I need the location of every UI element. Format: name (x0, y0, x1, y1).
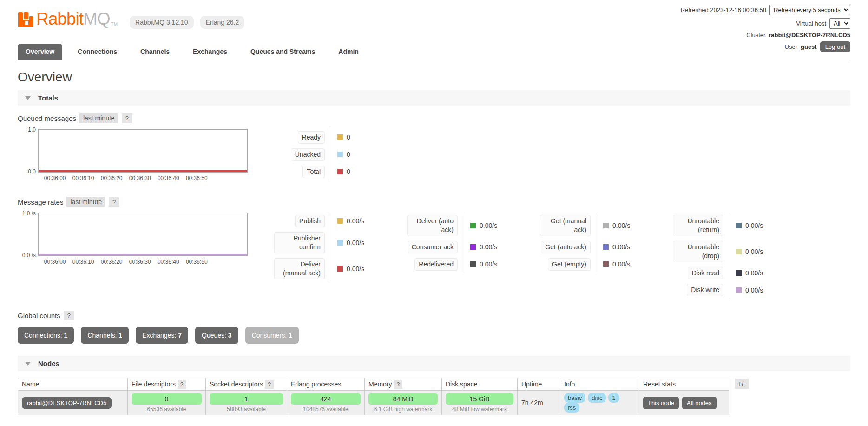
virtual-host-select[interactable]: All (829, 18, 850, 29)
message-rates-help-icon[interactable]: ? (109, 197, 119, 207)
tab-channels[interactable]: Channels (132, 44, 178, 60)
legend-label-deliver-manual-ack: Deliver (manual ack) (274, 258, 325, 280)
rabbitmq-version-badge: RabbitMQ 3.12.10 (130, 16, 194, 29)
legend-value-cell: 0.00/s (330, 213, 382, 230)
legend-label-ready: Ready (298, 131, 325, 144)
legend-value-ready: 0 (347, 133, 350, 141)
legend-label-cell: Get (auto ack) (540, 239, 596, 256)
legend-label-get-manual-ack: Get (manual ack) (540, 215, 591, 236)
x-tick: 00:36:10 (72, 259, 94, 265)
legend-label-unroutable-drop: Unroutable (drop) (673, 241, 723, 262)
cluster-name: rabbit@DESKTOP-7RNLCD5 (769, 32, 850, 39)
legend-value: 0.00/s (480, 260, 497, 268)
count-label: Exchanges: (142, 332, 176, 339)
memory-help-icon[interactable]: ? (394, 380, 403, 389)
file-descriptors-value-bar: 0 (132, 393, 202, 405)
legend-color-swatch (736, 287, 742, 293)
disk-space-value-bar: 15 GiB (446, 393, 513, 405)
rates-series-line (39, 254, 247, 255)
global-counts-help-icon[interactable]: ? (64, 311, 74, 320)
legend-label-deliver-auto-ack: Deliver (auto ack) (407, 215, 458, 236)
queued-messages-title-row: Queued messages last minute ? (18, 113, 850, 123)
consumers-count-button: Consumers: 1 (245, 327, 299, 344)
count-label: Connections: (24, 332, 62, 339)
message-rates-legend-col-4: Unroutable (return) 0.00/s Unroutable (d… (673, 213, 781, 299)
legend-value-unacked: 0 (347, 151, 350, 158)
col-header-name: Name (18, 378, 128, 391)
tab-queues-and-streams[interactable]: Queues and Streams (243, 44, 323, 60)
message-rates-chart-row: 1.0 /s 0.0 /s 00:36:00 00:36:10 00:36:20… (18, 213, 850, 299)
legend-value-total: 0 (347, 168, 350, 175)
file-descriptors-help-icon[interactable]: ? (178, 380, 186, 389)
message-rates-plot: 1.0 /s 0.0 /s 00:36:00 00:36:10 00:36:20… (18, 213, 248, 266)
message-rates-range-badge[interactable]: last minute (66, 197, 105, 207)
legend-value-cell: 0.00/s (463, 256, 515, 273)
x-tick: 00:36:50 (186, 175, 208, 181)
count-label: Queues: (202, 332, 226, 339)
refresh-interval-select[interactable]: Refresh every 5 seconds (769, 5, 850, 15)
message-rates-x-axis: 00:36:00 00:36:10 00:36:20 00:36:30 00:3… (38, 256, 248, 266)
exchanges-count-button[interactable]: Exchanges: 7 (136, 327, 188, 344)
legend-label-cell: Disk read (673, 265, 729, 282)
node-name-badge[interactable]: rabbit@DESKTOP-7RNLCD5 (22, 397, 112, 409)
socket-descriptors-help-icon[interactable]: ? (265, 380, 274, 389)
y-min-label: 0.0 /s (22, 252, 36, 259)
reset-all-nodes-button[interactable]: All nodes (682, 397, 716, 409)
nodes-section-header[interactable]: Nodes (18, 356, 850, 371)
collapse-triangle-icon (25, 96, 31, 100)
legend-value: 0.00/s (480, 243, 497, 251)
reset-this-node-button[interactable]: This node (643, 397, 679, 409)
legend-value-cell: 0.00/s (463, 213, 515, 239)
x-tick: 00:36:40 (158, 259, 179, 265)
socket-descriptors-value-bar: 1 (210, 393, 283, 405)
nodes-section-title: Nodes (38, 359, 59, 367)
legend-value-cell: 0.00/s (596, 256, 648, 273)
queued-messages-chart-row: 1.0 0.0 00:36:00 00:36:10 00:36:20 00:36… (18, 129, 850, 182)
legend-color-swatch (736, 270, 742, 276)
legend-label-disk-write: Disk write (687, 284, 723, 296)
info-badge-disc: disc (588, 393, 606, 403)
legend-label-disk-read: Disk read (688, 267, 723, 280)
brand-mq: MQ (83, 9, 110, 28)
legend-color-swatch (337, 169, 343, 174)
node-row: rabbit@DESKTOP-7RNLCD5 0 65536 available… (18, 391, 729, 415)
x-tick: 00:36:00 (44, 175, 66, 181)
version-badges: RabbitMQ 3.12.10 Erlang 26.2 (130, 16, 244, 29)
legend-label-cell: Publisher confirm (274, 230, 330, 256)
tab-overview[interactable]: Overview (18, 44, 62, 60)
connections-count-button[interactable]: Connections: 1 (18, 327, 74, 344)
legend-label-unacked: Unacked (291, 148, 325, 161)
legend-label-cell: Unroutable (drop) (673, 239, 729, 265)
legend-label-cell: Disk write (673, 281, 729, 299)
legend-label-cell: Deliver (manual ack) (274, 256, 330, 282)
message-rates-legend-col-3: Get (manual ack) 0.00/s Get (auto ack) 0… (540, 213, 648, 273)
rabbitmq-logo[interactable]: RabbitMQ TM (18, 10, 118, 29)
count-value: 3 (228, 332, 232, 339)
col-header-memory: Memory? (365, 378, 442, 391)
disk-space-cell: 15 GiB 48 MiB low watermark (442, 391, 518, 415)
info-badge-rss: rss (564, 403, 579, 413)
rabbitmq-logo-icon (18, 12, 33, 29)
legend-color-swatch (337, 152, 343, 157)
tab-connections[interactable]: Connections (70, 44, 125, 60)
legend-label-cell: Get (manual ack) (540, 213, 596, 239)
queues-count-button[interactable]: Queues: 3 (195, 327, 238, 344)
legend-color-swatch (736, 223, 742, 228)
x-tick: 00:36:40 (158, 175, 179, 181)
queued-messages-help-icon[interactable]: ? (122, 113, 132, 123)
memory-watermark: 6.1 GiB high watermark (368, 406, 439, 413)
message-rates-title: Message rates (18, 198, 63, 206)
queued-messages-range-badge[interactable]: last minute (79, 113, 118, 123)
legend-color-swatch (736, 249, 742, 254)
channels-count-button[interactable]: Channels: 1 (81, 327, 129, 344)
reset-stats-cell: This nodeAll nodes (639, 391, 729, 415)
main-tabs: Overview Connections Channels Exchanges … (18, 44, 850, 60)
tab-admin[interactable]: Admin (330, 44, 367, 60)
refresh-line: Refreshed 2023-12-16 00:36:58 Refresh ev… (681, 5, 850, 15)
totals-section-header[interactable]: Totals (18, 90, 850, 106)
cluster-line: Cluster rabbit@DESKTOP-7RNLCD5 (681, 32, 850, 39)
tab-exchanges[interactable]: Exchanges (185, 44, 235, 60)
disk-space-watermark: 48 MiB low watermark (445, 406, 514, 413)
column-toggle-plus-minus[interactable]: +/- (735, 379, 749, 389)
erlang-processes-cell: 424 1048576 available (287, 391, 365, 415)
